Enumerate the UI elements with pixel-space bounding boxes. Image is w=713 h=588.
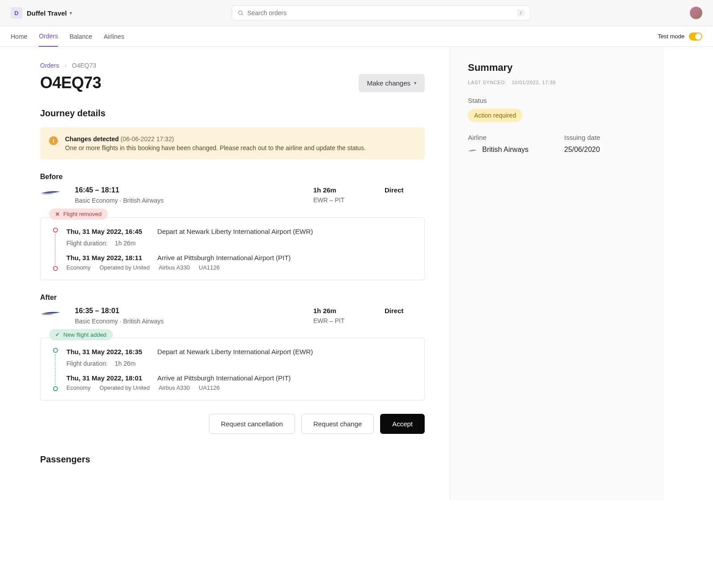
after-label: After	[40, 294, 425, 302]
summary-heading: Summary	[468, 62, 646, 74]
search-icon	[238, 10, 244, 16]
search-shortcut: /	[517, 9, 525, 16]
new-flight-added-pill: ✓ New flight added	[49, 329, 113, 340]
timeline-dot-icon	[53, 348, 58, 353]
timeline-line	[55, 354, 56, 385]
org-name: Duffel Travel	[27, 9, 67, 17]
journey-details-heading: Journey details	[40, 108, 425, 118]
banner-title: Changes detected	[65, 135, 119, 143]
avatar[interactable]	[690, 7, 702, 19]
before-depart-time: Thu, 31 May 2022, 16:45	[66, 228, 151, 235]
after-fare: Basic Economy · British Airways	[75, 318, 300, 325]
test-mode-toggle[interactable]	[689, 33, 702, 41]
breadcrumb-root[interactable]: Orders	[40, 62, 59, 69]
svg-line-1	[242, 14, 243, 16]
before-arrive-time: Thu, 31 May 2022, 18:11	[66, 254, 151, 261]
accept-button[interactable]: Accept	[380, 414, 425, 434]
after-route: EWR – PIT	[313, 317, 371, 324]
flight-removed-pill: ✕ Flight removed	[49, 208, 108, 220]
last-synced-label: Last synced:	[468, 80, 506, 85]
after-segment-card: Thu, 31 May 2022, 16:35 Depart at Newark…	[40, 338, 425, 400]
flight-duration-value: 1h 26m	[115, 360, 136, 367]
seg-meta-item: Economy	[66, 264, 90, 271]
test-mode-label: Test mode	[658, 33, 684, 40]
after-depart-text: Depart at Newark Liberty International A…	[157, 348, 313, 355]
after-stops: Direct	[385, 307, 425, 314]
flight-duration-label: Flight duration:	[66, 240, 108, 247]
org-switcher[interactable]: Duffel Travel ▾	[27, 9, 72, 17]
check-icon: ✓	[55, 331, 60, 338]
search-input[interactable]	[247, 9, 517, 16]
status-label: Status	[468, 97, 646, 104]
nav-orders[interactable]: Orders	[39, 26, 58, 47]
make-changes-button[interactable]: Make changes ▾	[359, 74, 425, 92]
british-airways-logo	[40, 189, 61, 197]
after-duration: 1h 26m	[313, 307, 371, 314]
timeline-dot-icon	[53, 386, 58, 391]
last-synced-value: 10/01/2022, 17:38	[512, 80, 556, 85]
seg-meta-item: Airbus A330	[159, 384, 190, 391]
flight-duration-label: Flight duration:	[66, 360, 108, 367]
after-arrive-text: Arrive at Pittsburgh International Airpo…	[157, 374, 291, 382]
breadcrumb: Orders › O4EQ73	[40, 62, 425, 69]
svg-point-0	[238, 11, 242, 14]
passengers-heading: Passengers	[40, 454, 425, 465]
search-input-wrap[interactable]: /	[232, 5, 530, 20]
seg-meta-item: UA1126	[199, 384, 220, 391]
timeline-dot-icon	[53, 228, 58, 233]
request-cancellation-button[interactable]: Request cancellation	[209, 414, 295, 434]
issuing-date-value: 25/06/2020	[564, 146, 600, 154]
after-depart-time: Thu, 31 May 2022, 16:35	[66, 348, 151, 355]
org-badge: D	[11, 7, 22, 19]
nav-balance[interactable]: Balance	[70, 27, 92, 46]
airline-label: Airline	[468, 134, 529, 141]
chevron-right-icon: ›	[65, 62, 67, 69]
before-stops: Direct	[385, 186, 425, 194]
after-times: 16:35 – 18:01	[75, 307, 300, 315]
before-label: Before	[40, 173, 425, 181]
airline-value: British Airways	[482, 146, 529, 154]
seg-meta-item: Operated by United	[99, 264, 150, 271]
before-times: 16:45 – 18:11	[75, 186, 300, 194]
close-icon: ✕	[55, 211, 60, 217]
before-arrive-text: Arrive at Pittsburgh International Airpo…	[157, 254, 291, 261]
seg-meta-item: Economy	[66, 384, 90, 391]
timeline-line	[55, 234, 56, 265]
seg-meta-item: UA1126	[199, 264, 220, 271]
before-segment-card: Thu, 31 May 2022, 16:45 Depart at Newark…	[40, 217, 425, 280]
after-arrive-time: Thu, 31 May 2022, 18:01	[66, 374, 151, 382]
before-duration: 1h 26m	[313, 186, 371, 194]
before-fare: Basic Economy · British Airways	[75, 197, 300, 204]
status-badge: Action required	[468, 109, 522, 122]
nav-home[interactable]: Home	[11, 27, 27, 46]
banner-body: One or more flights in this booking have…	[65, 144, 366, 151]
flight-duration-value: 1h 26m	[115, 240, 136, 247]
before-route: EWR – PIT	[313, 196, 371, 204]
breadcrumb-current: O4EQ73	[72, 62, 96, 69]
issuing-date-label: Issuing date	[564, 134, 600, 141]
before-depart-text: Depart at Newark Liberty International A…	[157, 228, 313, 235]
seg-meta-item: Operated by United	[99, 384, 150, 391]
timeline-dot-icon	[53, 266, 58, 271]
nav-airlines[interactable]: Airlines	[104, 27, 124, 46]
changes-banner: i Changes detected (06-06-2022 17:32) On…	[40, 127, 425, 159]
british-airways-logo	[468, 146, 478, 154]
chevron-down-icon: ▾	[414, 80, 417, 86]
info-icon: i	[49, 136, 58, 145]
request-change-button[interactable]: Request change	[301, 414, 374, 434]
page-title: O4EQ73	[40, 74, 359, 92]
british-airways-logo	[40, 310, 61, 318]
seg-meta-item: Airbus A330	[159, 264, 190, 271]
banner-timestamp: (06-06-2022 17:32)	[120, 135, 174, 143]
